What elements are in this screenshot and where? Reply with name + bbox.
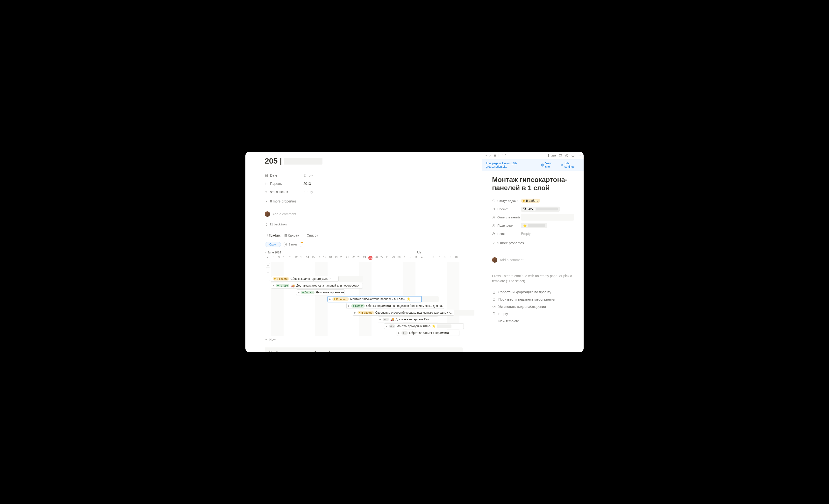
timeline-day[interactable]: 7 bbox=[436, 256, 442, 260]
task-bar[interactable]: ▶ГотовоСборка керамзита на чердаке в бол… bbox=[347, 303, 444, 309]
status-badge: Готово bbox=[276, 284, 289, 287]
task-bar[interactable]: ▶В работеМонтаж гипсокартона-паенелей в … bbox=[328, 296, 422, 302]
timeline-day[interactable]: 1 bbox=[402, 256, 408, 260]
timeline-day[interactable]: 12 bbox=[293, 256, 299, 260]
rules-filter[interactable]: ⚙ 2 rules ⌄ bbox=[283, 242, 302, 247]
side-page-title[interactable]: Монтаж гипсокартона-панелей в 1 слой bbox=[492, 176, 574, 192]
task-bar[interactable]: ▶ГотовоДемонтаж проема на чердак bbox=[296, 289, 345, 295]
comments-icon[interactable] bbox=[559, 154, 562, 157]
view-site-link[interactable]: View site bbox=[541, 161, 557, 169]
timeline-day[interactable]: 16 bbox=[316, 256, 322, 260]
timeline-day[interactable]: 20 bbox=[339, 256, 345, 260]
side-property-row[interactable]: Проект🏗205 | bbox=[492, 205, 574, 213]
timeline-day[interactable]: 4 bbox=[419, 256, 425, 260]
template-option[interactable]: Собрать информацию по проекту bbox=[492, 288, 574, 296]
side-property-row[interactable]: Подрядчик⭐ bbox=[492, 221, 574, 229]
add-row-button[interactable]: ＋ bbox=[266, 270, 270, 274]
timeline-day[interactable]: 13 bbox=[299, 256, 305, 260]
expand-caret-icon[interactable]: ▶ bbox=[354, 312, 356, 314]
timeline-day[interactable]: 9 bbox=[276, 256, 282, 260]
prev-icon[interactable]: ˄ bbox=[501, 154, 503, 157]
template-option[interactable]: Установить видеонаблюдение bbox=[492, 303, 574, 310]
task-bar[interactable]: ▶Готово🚚Доставка материала панелей для п… bbox=[271, 283, 363, 288]
expand-caret-icon[interactable]: ▶ bbox=[348, 305, 350, 307]
timeline-day[interactable]: 10 bbox=[453, 256, 459, 260]
timeline-day[interactable]: 14 bbox=[304, 256, 311, 260]
avatar bbox=[492, 257, 497, 263]
sort-filter[interactable]: ↑ Срок ⌄ bbox=[265, 242, 281, 247]
timeline-day[interactable]: 19 bbox=[333, 256, 339, 260]
task-bar[interactable]: В работеСборка коллекторного узла? bbox=[271, 276, 339, 282]
add-row-button[interactable]: ＋ bbox=[266, 263, 270, 267]
backlinks-toggle[interactable]: 11 backlinks bbox=[265, 222, 459, 226]
timeline-day[interactable]: 3 bbox=[413, 256, 419, 260]
updates-icon[interactable] bbox=[565, 154, 568, 157]
timeline-day[interactable]: 26 bbox=[373, 256, 379, 260]
favorite-icon[interactable] bbox=[571, 154, 575, 157]
timeline-day[interactable]: 11 bbox=[288, 256, 293, 260]
task-bar[interactable]: ▶-Монтаж проходных гильз⭐ bbox=[384, 323, 464, 329]
timeline-day[interactable]: 22 bbox=[350, 256, 356, 260]
timeline-day[interactable]: 24 bbox=[362, 256, 368, 260]
timeline-day[interactable]: 29 bbox=[390, 256, 396, 260]
tab-Канбан[interactable]: ▦Канбан bbox=[282, 232, 301, 239]
side-property-row[interactable]: Ответственный bbox=[492, 213, 574, 221]
task-bar[interactable]: ▶-🚚Доставка материала Гил bbox=[378, 317, 438, 322]
timeline-day[interactable]: 9 bbox=[447, 256, 454, 260]
tab-Список[interactable]: ☷Список bbox=[301, 232, 320, 239]
timeline-day[interactable]: 8 bbox=[442, 256, 447, 260]
timeline-day[interactable]: 27 bbox=[379, 256, 385, 260]
timeline-day[interactable]: 6 bbox=[430, 256, 436, 260]
star-icon: ⭐ bbox=[432, 324, 435, 328]
timeline-day[interactable]: 21 bbox=[345, 256, 351, 260]
property-row[interactable]: DateEmpty bbox=[265, 171, 459, 180]
timeline-day[interactable]: 28 bbox=[385, 256, 391, 260]
task-bar[interactable]: ▶В работеСверление отверстий чердака под… bbox=[353, 310, 454, 316]
template-option[interactable]: Произвести защитные мероприятия bbox=[492, 296, 574, 303]
timeline-day[interactable]: 8 bbox=[271, 256, 276, 260]
side-property-row[interactable]: Статус задачиВ работе bbox=[492, 197, 574, 205]
timeline-month-right: July bbox=[417, 251, 422, 254]
expand-caret-icon[interactable]: ▶ bbox=[329, 298, 331, 300]
page-title[interactable]: 205 | bbox=[265, 156, 459, 166]
expand-caret-icon[interactable]: ▶ bbox=[380, 318, 381, 321]
property-row[interactable]: Пароль2013 bbox=[265, 180, 459, 188]
expand-caret-icon[interactable]: ▶ bbox=[298, 291, 299, 294]
expand-caret-icon[interactable]: ▶ bbox=[398, 332, 400, 334]
template-option[interactable]: Empty bbox=[492, 310, 574, 318]
tab-График[interactable]: ⫴График bbox=[265, 232, 282, 239]
side-add-comment[interactable]: Add a comment... bbox=[492, 255, 574, 264]
timeline-day[interactable]: 23 bbox=[356, 256, 362, 260]
timeline-day[interactable]: 10 bbox=[282, 256, 288, 260]
add-row-button[interactable]: ＋ bbox=[266, 277, 270, 281]
template-option[interactable]: ＋New template bbox=[492, 318, 574, 325]
svg-rect-8 bbox=[493, 306, 495, 307]
task-bar[interactable]: ▶-Обратная засыпка керамзита bbox=[397, 330, 460, 336]
status-badge: В работе bbox=[332, 297, 349, 301]
timeline-day[interactable]: 18 bbox=[328, 256, 333, 260]
expand-caret-icon[interactable]: ▶ bbox=[273, 284, 275, 287]
side-property-row[interactable]: PersonEmpty bbox=[492, 229, 574, 238]
share-button[interactable]: Share bbox=[547, 154, 556, 157]
timeline-day[interactable]: 15 bbox=[311, 256, 316, 260]
open-icon[interactable]: ▣ bbox=[494, 154, 496, 157]
timeline-day[interactable]: 17 bbox=[322, 256, 328, 260]
timeline-day[interactable]: 30 bbox=[396, 256, 402, 260]
timeline-month-left[interactable]: » June 2024 bbox=[265, 251, 281, 254]
timeline-day[interactable]: 7 bbox=[265, 256, 271, 260]
timeline-day[interactable]: 2 bbox=[407, 256, 413, 260]
site-settings-link[interactable]: Site settings bbox=[560, 161, 580, 169]
timeline-day[interactable]: 25 bbox=[368, 256, 372, 260]
status-badge: Готово bbox=[351, 304, 365, 308]
property-row[interactable]: Фото ПотокEmpty bbox=[265, 188, 459, 196]
expand-caret-icon[interactable]: ▶ bbox=[386, 325, 388, 327]
side-more-properties[interactable]: 9 more properties bbox=[492, 240, 574, 246]
more-properties-toggle[interactable]: 8 more properties bbox=[265, 198, 459, 205]
expand-icon[interactable]: » bbox=[485, 154, 487, 157]
timeline-day[interactable]: 5 bbox=[425, 256, 430, 260]
peek-icon[interactable]: ⤢ bbox=[489, 154, 492, 157]
new-task[interactable]: ＋ New bbox=[265, 337, 459, 341]
more-icon[interactable]: ⋯ bbox=[578, 154, 581, 157]
add-comment[interactable]: Add a comment... bbox=[265, 210, 459, 219]
next-icon[interactable]: ˅ bbox=[505, 154, 507, 157]
